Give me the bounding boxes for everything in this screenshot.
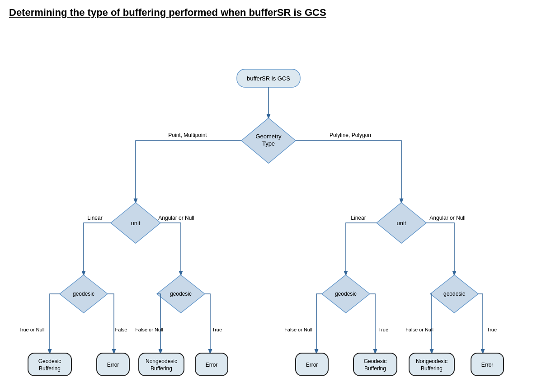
svg-text:geodesic: geodesic — [170, 291, 192, 297]
unit-right-node: unit — [377, 203, 426, 243]
svg-text:Buffering: Buffering — [39, 365, 61, 372]
svg-text:False or Null: False or Null — [135, 327, 163, 332]
svg-text:geodesic: geodesic — [335, 291, 357, 297]
svg-text:Point, Multipoint: Point, Multipoint — [168, 132, 207, 138]
svg-text:Angular or Null: Angular or Null — [158, 215, 194, 221]
svg-text:Buffering: Buffering — [421, 365, 443, 372]
svg-text:Type: Type — [262, 140, 275, 147]
svg-text:unit: unit — [397, 220, 406, 227]
out-nongeodesic-buffering: Nongeodesic Buffering — [139, 353, 184, 376]
geometry-type-node: Geometry Type — [241, 118, 296, 163]
svg-text:True or Null: True or Null — [19, 327, 44, 332]
geodesic-rr-node: geodesic — [430, 275, 478, 313]
svg-text:Geometry: Geometry — [255, 133, 282, 140]
page-title: Determining the type of buffering perfor… — [0, 0, 537, 19]
svg-text:Error: Error — [481, 362, 494, 368]
svg-text:Geodesic: Geodesic — [364, 358, 387, 364]
out-error-2: Error — [195, 353, 228, 376]
out-geodesic-buffering-2: Geodesic Buffering — [353, 353, 397, 376]
svg-text:Buffering: Buffering — [151, 365, 172, 372]
svg-text:bufferSR is GCS: bufferSR is GCS — [247, 75, 290, 82]
svg-text:Nongeodesic: Nongeodesic — [146, 358, 177, 364]
out-error-3: Error — [296, 353, 328, 376]
svg-text:True: True — [487, 327, 497, 332]
svg-text:Buffering: Buffering — [364, 365, 386, 372]
svg-rect-44 — [353, 353, 397, 376]
diagram: bufferSR is GCS Geometry Type Point, Mul… — [0, 24, 537, 392]
svg-rect-32 — [28, 353, 71, 376]
svg-text:Linear: Linear — [87, 215, 102, 221]
out-geodesic-buffering: Geodesic Buffering — [28, 353, 71, 376]
svg-text:Polyline, Polygon: Polyline, Polygon — [330, 132, 371, 138]
svg-rect-37 — [139, 353, 184, 376]
root-node: bufferSR is GCS — [237, 69, 300, 87]
svg-text:Angular or Null: Angular or Null — [429, 215, 465, 221]
svg-text:False: False — [115, 327, 127, 332]
svg-text:False or Null: False or Null — [405, 327, 433, 332]
geodesic-rl-node: geodesic — [322, 275, 370, 313]
svg-text:Error: Error — [107, 362, 119, 368]
geodesic-lr-node: geodesic — [157, 275, 205, 313]
svg-rect-47 — [409, 353, 454, 376]
out-nongeodesic-buffering-2: Nongeodesic Buffering — [409, 353, 454, 376]
svg-text:Geodesic: Geodesic — [38, 358, 61, 364]
unit-left-node: unit — [111, 203, 160, 243]
svg-text:geodesic: geodesic — [443, 291, 465, 297]
svg-text:True: True — [212, 327, 222, 332]
geodesic-ll-node: geodesic — [60, 275, 108, 313]
svg-text:False or Null: False or Null — [284, 327, 312, 332]
svg-text:True: True — [378, 327, 388, 332]
svg-text:geodesic: geodesic — [73, 291, 94, 297]
out-error-4: Error — [471, 353, 504, 376]
svg-text:Error: Error — [306, 362, 318, 368]
svg-text:Linear: Linear — [351, 215, 366, 221]
svg-text:unit: unit — [131, 220, 141, 227]
svg-text:Nongeodesic: Nongeodesic — [416, 358, 448, 364]
out-error-1: Error — [97, 353, 129, 376]
svg-text:Error: Error — [206, 362, 218, 368]
